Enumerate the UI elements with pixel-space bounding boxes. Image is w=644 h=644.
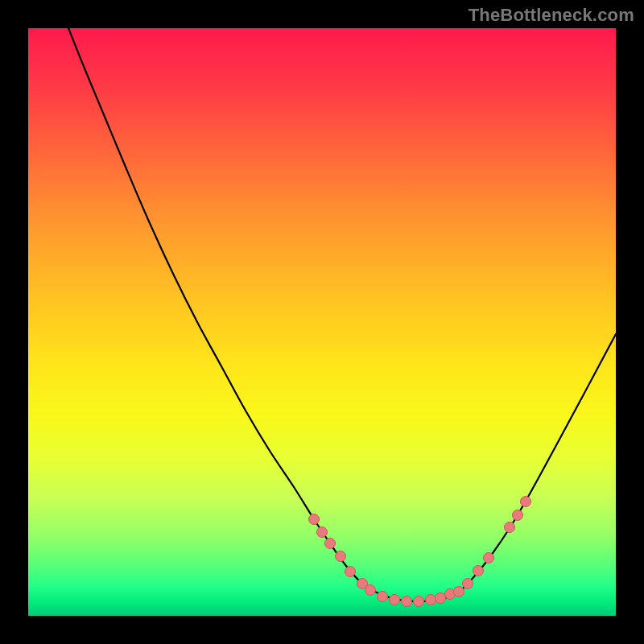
chart-marker (426, 595, 436, 605)
chart-marker (505, 522, 515, 533)
watermark-text: TheBottleneck.com (469, 5, 634, 26)
chart-marker (345, 567, 356, 577)
chart-marker (463, 579, 473, 589)
chart-marker (436, 593, 446, 604)
chart-marker (336, 551, 346, 562)
chart-marker (317, 527, 328, 538)
chart-marker (378, 592, 388, 602)
chart-marker (414, 597, 424, 607)
chart-svg (28, 28, 616, 616)
chart-frame: TheBottleneck.com (0, 0, 644, 644)
chart-marker (325, 539, 336, 549)
chart-marker (521, 497, 531, 507)
chart-marker (484, 553, 494, 564)
chart-line (68, 28, 616, 601)
chart-marker (402, 597, 412, 607)
chart-marker (454, 587, 464, 597)
chart-marker (513, 510, 523, 521)
chart-marker (365, 585, 376, 596)
chart-marker (390, 595, 400, 605)
chart-marker (309, 514, 320, 525)
plot-area (28, 28, 616, 616)
chart-marker (473, 566, 484, 576)
chart-markers (309, 497, 531, 607)
